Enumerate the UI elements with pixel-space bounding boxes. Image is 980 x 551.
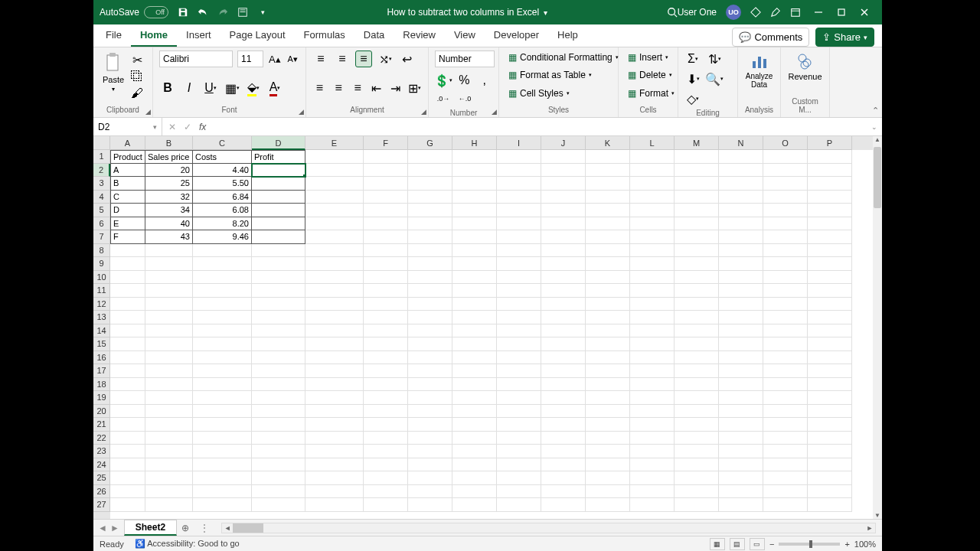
cell-H5[interactable] — [452, 204, 497, 217]
qat-more-icon[interactable] — [237, 7, 248, 18]
cell-F1[interactable] — [364, 150, 408, 164]
cell-J24[interactable] — [541, 458, 586, 472]
cell-K12[interactable] — [586, 298, 630, 311]
autosave-toggle[interactable]: AutoSave Off — [100, 6, 168, 18]
cell-O27[interactable] — [763, 498, 808, 512]
share-button[interactable]: ⇪Share▾ — [815, 28, 874, 47]
cell-D22[interactable] — [252, 432, 305, 445]
cell-P15[interactable] — [808, 337, 852, 351]
cell-L24[interactable] — [630, 458, 675, 472]
cell-F14[interactable] — [364, 324, 408, 338]
cell-B8[interactable] — [145, 244, 193, 258]
user-avatar[interactable]: UO — [726, 5, 741, 20]
horizontal-scrollbar[interactable]: ◄ ► — [221, 523, 876, 533]
cell-C11[interactable] — [193, 284, 252, 298]
cell-C26[interactable] — [193, 485, 252, 499]
cell-A12[interactable] — [110, 298, 145, 311]
cell-K5[interactable] — [586, 204, 630, 217]
cell-H11[interactable] — [452, 284, 497, 298]
cell-C27[interactable] — [193, 498, 252, 512]
row-header-22[interactable]: 22 — [93, 432, 110, 445]
cell-I6[interactable] — [497, 217, 541, 231]
row-header-9[interactable]: 9 — [93, 257, 110, 271]
cell-D11[interactable] — [252, 284, 305, 298]
cell-P26[interactable] — [808, 485, 852, 499]
cell-N6[interactable] — [719, 217, 763, 231]
cell-I25[interactable] — [497, 471, 541, 485]
cell-A8[interactable] — [110, 244, 145, 258]
cell-I2[interactable] — [497, 164, 541, 178]
cell-E6[interactable] — [305, 217, 364, 231]
col-header-G[interactable]: G — [408, 136, 452, 150]
cell-M11[interactable] — [675, 284, 719, 298]
cell-J7[interactable] — [541, 230, 586, 244]
autosum-icon[interactable]: Σ▾ — [684, 51, 701, 67]
col-header-A[interactable]: A — [110, 136, 145, 150]
cell-D7[interactable] — [252, 230, 305, 244]
cell-D20[interactable] — [252, 405, 305, 419]
cell-M8[interactable] — [675, 244, 719, 258]
font-color-icon[interactable]: A▾ — [266, 80, 283, 96]
tab-formulas[interactable]: Formulas — [295, 24, 354, 47]
cell-L20[interactable] — [630, 405, 675, 419]
cell-L26[interactable] — [630, 485, 675, 499]
row-header-12[interactable]: 12 — [93, 298, 110, 311]
cell-E26[interactable] — [305, 485, 364, 499]
cell-L4[interactable] — [630, 191, 675, 204]
cell-K14[interactable] — [586, 324, 630, 338]
add-sheet-button[interactable]: ⊕ — [177, 520, 194, 536]
cell-H27[interactable] — [452, 498, 497, 512]
cell-I7[interactable] — [497, 230, 541, 244]
cell-O7[interactable] — [763, 230, 808, 244]
underline-button[interactable]: U▾ — [202, 80, 219, 96]
cell-K6[interactable] — [586, 217, 630, 231]
cell-C24[interactable] — [193, 458, 252, 472]
number-format-select[interactable] — [435, 51, 495, 67]
cell-L15[interactable] — [630, 337, 675, 351]
redo-icon[interactable] — [217, 7, 228, 18]
fill-icon[interactable]: ⬇▾ — [684, 70, 701, 87]
row-header-19[interactable]: 19 — [93, 391, 110, 405]
cell-D15[interactable] — [252, 337, 305, 351]
cell-D17[interactable] — [252, 364, 305, 378]
cell-M18[interactable] — [675, 378, 719, 392]
cell-P22[interactable] — [808, 432, 852, 445]
hscroll-thumb[interactable] — [233, 523, 263, 533]
cell-H17[interactable] — [452, 364, 497, 378]
font-size-select[interactable] — [237, 51, 263, 67]
cell-P24[interactable] — [808, 458, 852, 472]
cell-G19[interactable] — [408, 391, 452, 405]
cell-O16[interactable] — [763, 351, 808, 365]
cell-F9[interactable] — [364, 257, 408, 271]
cell-C17[interactable] — [193, 364, 252, 378]
cell-D25[interactable] — [252, 471, 305, 485]
cell-styles-button[interactable]: ▦Cell Styles▾ — [505, 86, 612, 100]
cell-G7[interactable] — [408, 230, 452, 244]
cell-M13[interactable] — [675, 311, 719, 324]
cell-B22[interactable] — [145, 432, 193, 445]
cell-J25[interactable] — [541, 471, 586, 485]
accounting-format-icon[interactable]: 💲▾ — [435, 72, 452, 89]
tab-data[interactable]: Data — [354, 24, 394, 47]
conditional-formatting-button[interactable]: ▦Conditional Formatting▾ — [505, 51, 612, 64]
cell-J15[interactable] — [541, 337, 586, 351]
cell-O15[interactable] — [763, 337, 808, 351]
zoom-slider[interactable] — [779, 543, 840, 546]
cell-L16[interactable] — [630, 351, 675, 365]
row-header-20[interactable]: 20 — [93, 405, 110, 419]
format-as-table-button[interactable]: ▦Format as Table▾ — [505, 68, 612, 82]
cell-B5[interactable]: 34 — [145, 204, 193, 217]
cell-G27[interactable] — [408, 498, 452, 512]
row-header-6[interactable]: 6 — [93, 217, 110, 231]
cell-L6[interactable] — [630, 217, 675, 231]
cell-F15[interactable] — [364, 337, 408, 351]
cell-M23[interactable] — [675, 445, 719, 458]
cell-O2[interactable] — [763, 164, 808, 178]
cell-F6[interactable] — [364, 217, 408, 231]
cell-N5[interactable] — [719, 204, 763, 217]
cell-E10[interactable] — [305, 271, 364, 285]
cell-K15[interactable] — [586, 337, 630, 351]
cell-J10[interactable] — [541, 271, 586, 285]
cell-L22[interactable] — [630, 432, 675, 445]
orientation-icon[interactable]: ⤭▾ — [377, 51, 394, 67]
